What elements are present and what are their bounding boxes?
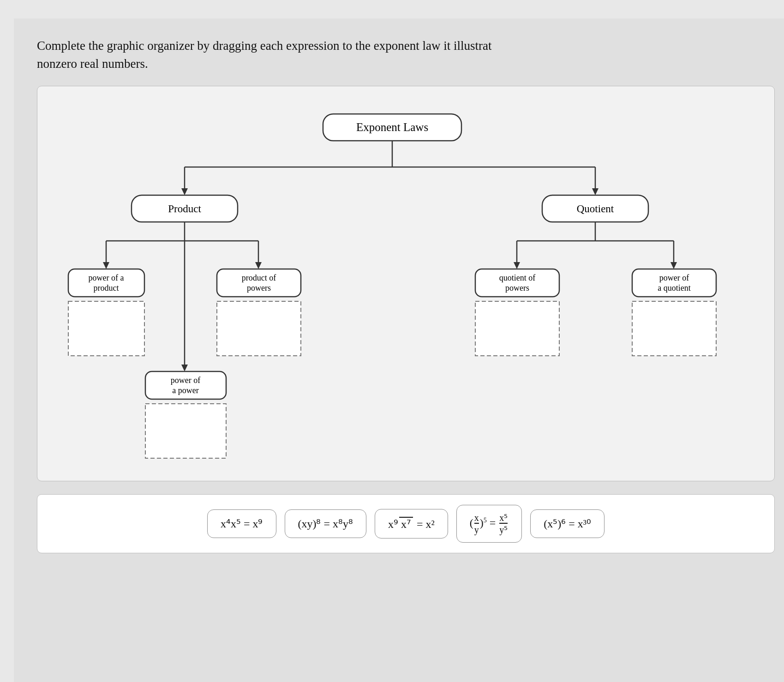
svg-text:product: product xyxy=(93,283,119,293)
organizer-box: Exponent Laws Product Quotient xyxy=(37,86,775,481)
power-of-a-product-text: power of a xyxy=(88,273,124,282)
quotient-node-text: Quotient xyxy=(576,203,614,215)
expressions-row: x⁴x⁵ = x⁹ (xy)⁸ = x⁸y⁸ x⁹x⁷ = x² (xy)5 =… xyxy=(37,494,775,553)
expr-card-4[interactable]: (xy)5 = x⁵y⁵ xyxy=(456,505,522,543)
instruction-part1: Complete the graphic organizer by draggi… xyxy=(37,39,491,53)
expr-card-3[interactable]: x⁹x⁷ = x² xyxy=(375,509,448,538)
svg-text:powers: powers xyxy=(505,283,529,293)
power-of-a-power-text: power of xyxy=(170,376,200,385)
svg-text:powers: powers xyxy=(247,283,271,293)
svg-rect-25 xyxy=(145,404,226,458)
svg-marker-29 xyxy=(514,262,520,269)
instruction-part2: nonzero real numbers. xyxy=(37,57,148,71)
svg-rect-19 xyxy=(68,301,144,356)
svg-rect-22 xyxy=(217,301,301,356)
svg-text:a power: a power xyxy=(172,386,198,395)
svg-marker-4 xyxy=(181,188,188,195)
product-node-text: Product xyxy=(168,203,201,215)
svg-marker-12 xyxy=(103,262,109,269)
quotient-of-powers-text: quotient of xyxy=(499,273,535,282)
organizer-diagram: Exponent Laws Product Quotient xyxy=(60,105,752,455)
svg-rect-34 xyxy=(475,301,559,356)
root-node-text: Exponent Laws xyxy=(356,121,428,133)
power-of-a-quotient-text: power of xyxy=(659,273,688,282)
page-root: Complete the graphic organizer by draggi… xyxy=(14,18,784,682)
expr-card-5[interactable]: (x⁵)⁶ = x³⁰ xyxy=(530,509,604,538)
expr-card-2[interactable]: (xy)⁸ = x⁸y⁸ xyxy=(285,509,367,538)
svg-rect-37 xyxy=(632,301,716,356)
svg-text:a quotient: a quotient xyxy=(658,283,690,293)
svg-marker-6 xyxy=(592,188,598,195)
expr-card-1[interactable]: x⁴x⁵ = x⁹ xyxy=(207,509,276,538)
product-of-powers-text: product of xyxy=(241,273,275,282)
svg-marker-31 xyxy=(670,262,677,269)
svg-marker-14 xyxy=(255,262,262,269)
svg-marker-16 xyxy=(181,365,188,371)
instruction-line: Complete the graphic organizer by draggi… xyxy=(37,37,775,73)
